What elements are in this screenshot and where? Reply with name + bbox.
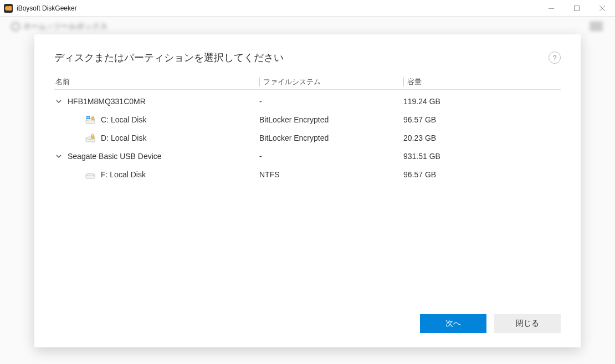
- partition-name: F: Local Disk: [101, 170, 146, 179]
- column-header-name[interactable]: 名前: [54, 78, 259, 86]
- partition-name: C: Local Disk: [101, 115, 146, 124]
- partition-filesystem: BitLocker Encrypted: [259, 134, 329, 142]
- next-button-label: 次へ: [445, 319, 461, 329]
- window-minimize-button[interactable]: [539, 0, 564, 17]
- column-header-filesystem[interactable]: ファイルシステム: [259, 78, 403, 86]
- dialog-title: ディスクまたはパーティションを選択してください: [54, 51, 549, 64]
- svg-rect-2: [8, 6, 12, 11]
- hamburger-icon: [590, 22, 603, 30]
- svg-rect-4: [575, 6, 580, 11]
- window-maximize-button[interactable]: [564, 0, 590, 17]
- close-button[interactable]: 閉じる: [494, 314, 561, 333]
- close-button-label: 閉じる: [516, 319, 539, 329]
- partition-filesystem: NTFS: [259, 170, 280, 179]
- disk-tree: HFB1M8MQ331C0MR - 119.24 GB: [54, 92, 561, 183]
- partition-capacity: 96.57 GB: [403, 115, 436, 124]
- partition-name: D: Local Disk: [101, 134, 146, 142]
- window-title: iBoysoft DiskGeeker: [17, 4, 77, 12]
- chevron-down-icon: [54, 97, 63, 106]
- help-icon: ?: [552, 54, 556, 62]
- dialog-footer: 次へ 閉じる: [54, 314, 561, 333]
- partition-capacity: 20.23 GB: [403, 134, 436, 142]
- help-button[interactable]: ?: [549, 52, 561, 64]
- disk-name: HFB1M8MQ331C0MR: [68, 97, 146, 106]
- bitlocker-drive-icon: [85, 133, 95, 143]
- column-header-capacity[interactable]: 容量: [403, 78, 542, 86]
- disk-capacity: 119.24 GB: [403, 97, 440, 106]
- drive-icon: [85, 170, 95, 180]
- partition-filesystem: BitLocker Encrypted: [259, 115, 329, 124]
- partition-row[interactable]: D: Local Disk BitLocker Encrypted 20.23 …: [54, 129, 561, 147]
- window-close-button[interactable]: [590, 0, 615, 17]
- select-disk-dialog: ディスクまたはパーティションを選択してください ? 名前 ファイルシステム 容量…: [34, 34, 581, 347]
- disk-capacity: 931.51 GB: [403, 152, 440, 161]
- disk-filesystem: -: [259, 152, 262, 161]
- svg-rect-12: [91, 117, 94, 120]
- disk-filesystem: -: [259, 97, 262, 106]
- breadcrumb: ホーム › ツールボックス: [23, 22, 107, 32]
- chevron-down-icon: [54, 152, 63, 161]
- svg-rect-15: [91, 136, 95, 139]
- partition-row[interactable]: F: Local Disk NTFS 96.57 GB: [54, 165, 561, 183]
- titlebar: iBoysoft DiskGeeker: [0, 0, 615, 17]
- windows-bitlocker-drive-icon: [85, 115, 95, 125]
- svg-point-17: [86, 173, 95, 176]
- partition-capacity: 96.57 GB: [403, 170, 436, 179]
- partition-row[interactable]: C: Local Disk BitLocker Encrypted 96.57 …: [54, 110, 561, 129]
- next-button[interactable]: 次へ: [420, 314, 486, 333]
- disk-row[interactable]: Seagate Basic USB Device - 931.51 GB: [54, 147, 561, 165]
- disk-row[interactable]: HFB1M8MQ331C0MR - 119.24 GB: [54, 92, 561, 110]
- table-header: 名前 ファイルシステム 容量: [54, 74, 561, 90]
- app-icon: [3, 3, 13, 13]
- disk-name: Seagate Basic USB Device: [68, 152, 162, 161]
